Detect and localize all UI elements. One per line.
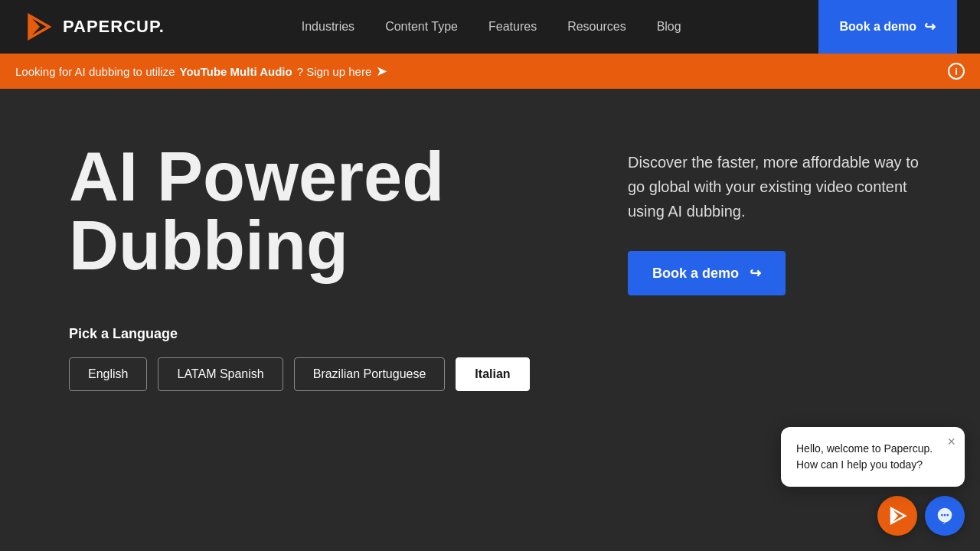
chat-open-button[interactable] [925, 496, 965, 536]
announcement-link[interactable]: YouTube Multi Audio [179, 65, 292, 78]
svg-point-7 [946, 514, 949, 517]
chat-bubble-text: Hello, welcome to Papercup. How can I he… [796, 441, 949, 473]
lang-italian-button[interactable]: Italian [456, 357, 529, 391]
lang-latam-spanish-button[interactable]: LATAM Spanish [158, 357, 283, 391]
logo-text: PAPERCUP. [63, 17, 165, 37]
hero-right: Discover the faster, more affordable way… [628, 135, 919, 471]
nav-book-demo-button[interactable]: Book a demo ↪ [818, 0, 957, 54]
hero-description: Discover the faster, more affordable way… [628, 150, 919, 223]
lang-brazilian-portuguese-button[interactable]: Brazilian Portuguese [294, 357, 446, 391]
announcement-info-icon[interactable]: i [948, 63, 965, 80]
announcement-text: Looking for AI dubbing to utilize YouTub… [15, 63, 387, 80]
hero-title: AI Powered Dubbing [69, 142, 628, 280]
chat-close-button[interactable]: × [947, 435, 956, 448]
language-buttons: English LATAM Spanish Brazilian Portugue… [69, 357, 628, 391]
navbar: PAPERCUP. Industries Content Type Featur… [0, 0, 980, 54]
hero-book-demo-button[interactable]: Book a demo ↪ [628, 251, 786, 295]
hero-left: AI Powered Dubbing Pick a Language Engli… [69, 135, 628, 471]
nav-cta-arrow-icon: ↪ [924, 18, 936, 35]
logo[interactable]: PAPERCUP. [23, 11, 165, 43]
chat-avatar-icon [887, 505, 908, 527]
chat-widget: × Hello, welcome to Papercup. How can I … [781, 427, 965, 536]
pick-language-label: Pick a Language [69, 326, 628, 342]
nav-features[interactable]: Features [488, 20, 537, 34]
svg-point-5 [941, 514, 943, 517]
navbar-nav: Industries Content Type Features Resourc… [302, 20, 681, 34]
lang-english-button[interactable]: English [69, 357, 147, 391]
nav-industries[interactable]: Industries [302, 20, 354, 34]
nav-content-type[interactable]: Content Type [385, 20, 458, 34]
announcement-arrow-icon[interactable]: ➤ [376, 63, 387, 80]
logo-icon [23, 11, 55, 43]
nav-resources[interactable]: Resources [567, 20, 626, 34]
nav-blog[interactable]: Blog [657, 20, 681, 34]
svg-point-6 [944, 514, 946, 517]
announcement-prefix: Looking for AI dubbing to utilize [15, 65, 175, 78]
announcement-bar: Looking for AI dubbing to utilize YouTub… [0, 54, 980, 89]
chat-bubble: × Hello, welcome to Papercup. How can I … [781, 427, 965, 487]
announcement-suffix: ? Sign up here [297, 65, 372, 78]
chat-avatar[interactable] [877, 496, 917, 536]
hero-cta-arrow-icon: ↪ [750, 265, 761, 282]
chat-open-icon [935, 506, 955, 526]
